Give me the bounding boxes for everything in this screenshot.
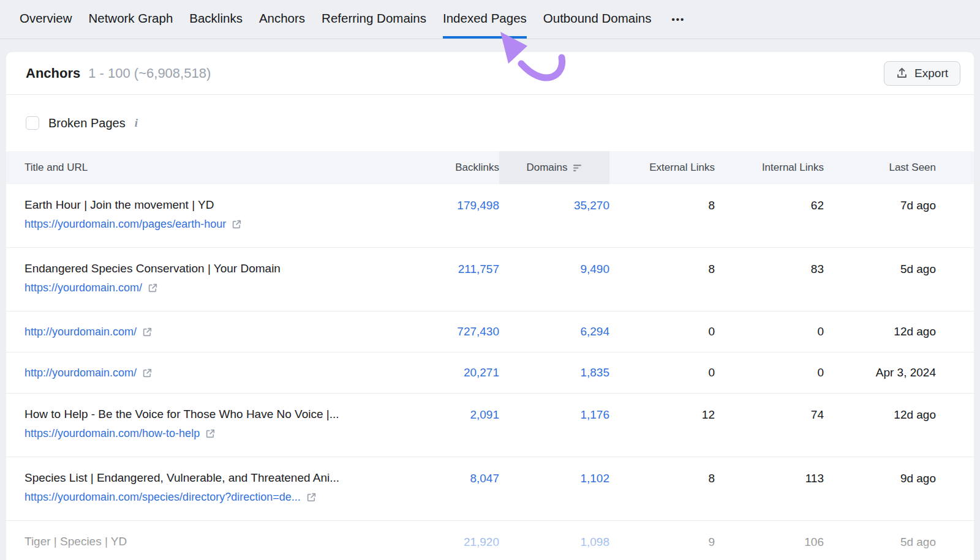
column-header-backlinks[interactable]: Backlinks bbox=[410, 151, 499, 184]
external-links-cell: 8 bbox=[609, 248, 715, 311]
external-link-icon[interactable] bbox=[142, 327, 153, 337]
column-header-domains[interactable]: Domains bbox=[499, 151, 609, 184]
tab-overview[interactable]: Overview bbox=[20, 0, 72, 39]
external-link-icon[interactable] bbox=[232, 219, 242, 230]
tab-outbound-domains[interactable]: Outbound Domains bbox=[543, 0, 652, 39]
column-header-internal-links[interactable]: Internal Links bbox=[715, 151, 824, 184]
domains-cell: 6,294 bbox=[499, 312, 609, 352]
column-header-label: Domains bbox=[526, 162, 567, 174]
url-link[interactable]: http://yourdomain.com/ bbox=[24, 326, 137, 338]
broken-pages-checkbox[interactable] bbox=[26, 116, 39, 130]
info-icon[interactable]: i bbox=[135, 116, 138, 130]
domains-value[interactable]: 9,490 bbox=[580, 263, 609, 276]
export-button[interactable]: Export bbox=[884, 61, 960, 86]
table-row: http://yourdomain.com/ 727,430 6,294 0 0… bbox=[6, 312, 974, 353]
domains-value[interactable]: 1,102 bbox=[580, 472, 609, 485]
tab-referring-domains[interactable]: Referring Domains bbox=[322, 0, 426, 39]
tab-anchors[interactable]: Anchors bbox=[259, 0, 305, 39]
table-row: http://yourdomain.com/ 20,271 1,835 0 0 … bbox=[6, 353, 974, 394]
export-label: Export bbox=[914, 67, 948, 80]
external-link-icon[interactable] bbox=[205, 428, 216, 439]
backlinks-cell: 8,047 bbox=[410, 457, 499, 520]
title-url-cell: http://yourdomain.com/ bbox=[18, 353, 410, 393]
page-title-text: Species List | Endangered, Vulnerable, a… bbox=[24, 471, 404, 485]
table-row: Species List | Endangered, Vulnerable, a… bbox=[6, 457, 974, 521]
title-url-cell: Tiger | Species | YD bbox=[18, 521, 410, 560]
external-links-cell: 12 bbox=[609, 394, 715, 457]
title-url-cell: Earth Hour | Join the movement | YD http… bbox=[18, 184, 410, 247]
page-title-text: Earth Hour | Join the movement | YD bbox=[24, 198, 404, 212]
backlinks-value[interactable]: 179,498 bbox=[457, 199, 499, 212]
last-seen-cell: 5d ago bbox=[824, 248, 936, 311]
domains-value[interactable]: 1,835 bbox=[580, 366, 609, 379]
internal-links-cell: 62 bbox=[715, 184, 824, 247]
url-link[interactable]: http://yourdomain.com/ bbox=[24, 367, 137, 379]
backlinks-cell: 2,091 bbox=[410, 394, 499, 457]
backlinks-cell: 211,757 bbox=[410, 248, 499, 311]
last-seen-cell: Apr 3, 2024 bbox=[824, 353, 936, 393]
backlinks-cell: 727,430 bbox=[410, 312, 499, 352]
backlinks-cell: 179,498 bbox=[410, 184, 499, 247]
page-title-text: How to Help - Be the Voice for Those Who… bbox=[24, 408, 404, 421]
internal-links-cell: 74 bbox=[715, 394, 824, 457]
last-seen-cell: 9d ago bbox=[824, 457, 936, 520]
domains-value[interactable]: 1,098 bbox=[580, 536, 609, 549]
export-upload-icon bbox=[896, 67, 908, 79]
url-link[interactable]: https://yourdomain.com/pages/earth-hour bbox=[24, 218, 226, 231]
last-seen-cell: 12d ago bbox=[824, 312, 936, 352]
table-row: Tiger | Species | YD 21,920 1,098 9 106 … bbox=[6, 521, 974, 560]
table-header: Title and URL Backlinks Domains External… bbox=[6, 151, 974, 184]
tab-label: Referring Domains bbox=[322, 11, 426, 26]
url-link[interactable]: https://yourdomain.com/ bbox=[24, 282, 142, 294]
more-tabs-button[interactable]: ••• bbox=[668, 0, 685, 39]
external-link-icon[interactable] bbox=[306, 492, 317, 502]
domains-value[interactable]: 1,176 bbox=[580, 408, 609, 422]
internal-links-cell: 0 bbox=[715, 312, 824, 352]
result-range: 1 - 100 (~6,908,518) bbox=[88, 65, 211, 81]
tab-label: Backlinks bbox=[189, 11, 243, 26]
column-header-last-seen[interactable]: Last Seen bbox=[824, 151, 936, 184]
backlinks-value[interactable]: 21,920 bbox=[464, 536, 499, 549]
domains-cell: 1,835 bbox=[499, 353, 609, 393]
external-links-cell: 0 bbox=[609, 353, 715, 393]
domains-value[interactable]: 35,270 bbox=[574, 199, 609, 212]
external-link-icon[interactable] bbox=[148, 283, 158, 293]
backlinks-value[interactable]: 8,047 bbox=[470, 472, 499, 485]
tab-network-graph[interactable]: Network Graph bbox=[88, 0, 173, 39]
table-row: Endangered Species Conservation | Your D… bbox=[6, 248, 974, 312]
ellipsis-icon: ••• bbox=[671, 14, 685, 24]
tab-label: Outbound Domains bbox=[543, 11, 652, 26]
report-panel: Anchors 1 - 100 (~6,908,518) Export Brok… bbox=[6, 52, 974, 560]
tab-label: Network Graph bbox=[88, 11, 173, 26]
tab-indexed-pages[interactable]: Indexed Pages bbox=[443, 0, 527, 39]
domains-cell: 9,490 bbox=[499, 248, 609, 311]
backlinks-value[interactable]: 2,091 bbox=[470, 408, 499, 422]
title-url-cell: Endangered Species Conservation | Your D… bbox=[18, 248, 410, 311]
page-title-text: Tiger | Species | YD bbox=[24, 535, 404, 548]
tab-label: Anchors bbox=[259, 11, 305, 26]
url-link[interactable]: https://yourdomain.com/how-to-help bbox=[24, 427, 200, 440]
title-url-cell: Species List | Endangered, Vulnerable, a… bbox=[18, 457, 410, 520]
external-links-cell: 8 bbox=[609, 457, 715, 520]
page-title: Anchors bbox=[26, 65, 80, 81]
internal-links-cell: 106 bbox=[715, 521, 824, 560]
domains-cell: 35,270 bbox=[499, 184, 609, 247]
column-header-external-links[interactable]: External Links bbox=[609, 151, 715, 184]
backlinks-value[interactable]: 727,430 bbox=[457, 325, 499, 338]
url-link[interactable]: https://yourdomain.com/species/directory… bbox=[24, 491, 301, 504]
title-url-cell: http://yourdomain.com/ bbox=[18, 312, 410, 352]
domains-value[interactable]: 6,294 bbox=[580, 325, 609, 338]
domains-cell: 1,102 bbox=[499, 457, 609, 520]
report-tabs-bar: Overview Network Graph Backlinks Anchors… bbox=[0, 0, 980, 39]
backlinks-cell: 20,271 bbox=[410, 353, 499, 393]
backlinks-value[interactable]: 20,271 bbox=[464, 366, 499, 379]
tab-label: Overview bbox=[20, 11, 72, 26]
backlinks-cell: 21,920 bbox=[410, 521, 499, 560]
last-seen-cell: 7d ago bbox=[824, 184, 936, 247]
title-url-cell: How to Help - Be the Voice for Those Who… bbox=[18, 394, 410, 457]
external-link-icon[interactable] bbox=[142, 368, 153, 378]
backlinks-value[interactable]: 211,757 bbox=[458, 263, 499, 276]
external-links-cell: 0 bbox=[609, 312, 715, 352]
tab-backlinks[interactable]: Backlinks bbox=[189, 0, 243, 39]
domains-cell: 1,176 bbox=[499, 394, 609, 457]
